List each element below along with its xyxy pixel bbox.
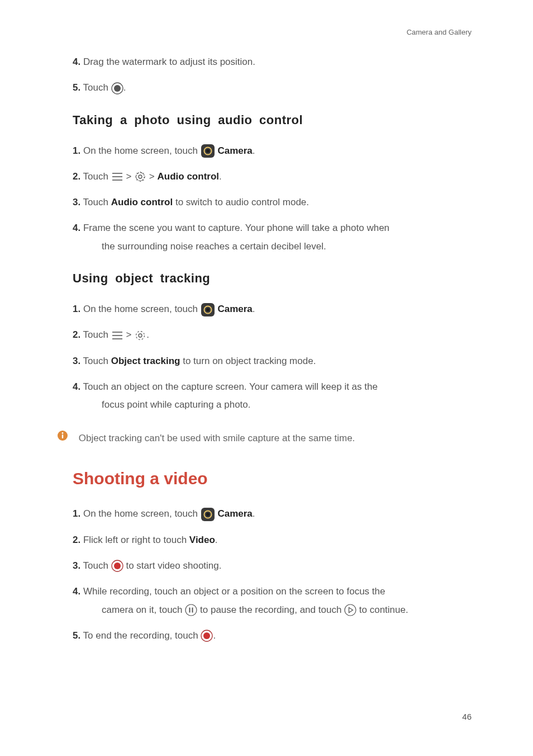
svg-rect-20: [62, 434, 63, 438]
camera-label: Camera: [217, 508, 252, 519]
step-number: 3.: [73, 197, 80, 207]
gt: >: [126, 329, 131, 340]
step-text: to continue.: [359, 604, 408, 615]
svg-point-17: [136, 331, 145, 339]
step-text: Touch: [83, 356, 108, 366]
play-icon: [344, 604, 356, 616]
step-text: .: [213, 630, 216, 641]
pause-icon: [185, 604, 197, 616]
step-text: Frame the scene you want to capture. You…: [83, 223, 389, 233]
step-number: 5.: [73, 630, 80, 641]
camera-label: Camera: [217, 304, 252, 314]
heading-shooting-video: Shooting a video: [73, 469, 472, 488]
step-number: 4.: [73, 586, 80, 597]
gear-icon: [134, 171, 146, 183]
step-text: Flick left or right to touch: [83, 535, 187, 545]
svg-marker-30: [349, 608, 353, 613]
svg-point-23: [206, 513, 210, 516]
svg-point-4: [206, 149, 210, 153]
shutter-icon: [111, 82, 123, 94]
object-tracking-label: Object tracking: [111, 356, 180, 366]
stop-icon: [201, 630, 213, 642]
step-text: Touch: [83, 329, 108, 340]
step-number: 1.: [73, 508, 80, 519]
step-1: 1. On the home screen, touch Camera.: [73, 142, 472, 160]
step-number: 3.: [73, 560, 80, 571]
step-number: 1.: [73, 304, 80, 314]
step-text: Drag the watermark to adjust its positio…: [83, 56, 255, 67]
step-text: Touch: [83, 560, 108, 571]
audio-control-steps: 1. On the home screen, touch Camera. 2. …: [73, 142, 472, 256]
camera-app-icon: [201, 303, 215, 317]
svg-point-26: [185, 604, 197, 616]
step-4: 4. Touch an object on the capture screen…: [73, 378, 472, 414]
svg-point-25: [114, 563, 121, 569]
step-text: On the home screen, touch: [83, 508, 198, 519]
svg-point-16: [139, 334, 142, 337]
step-2: 2. Touch > .: [73, 326, 472, 344]
step-1: 1. On the home screen, touch Camera.: [73, 505, 472, 523]
menu-icon: [111, 330, 123, 341]
step-3: 3. Touch Object tracking to turn on obje…: [73, 352, 472, 370]
step-text: .: [146, 329, 149, 340]
svg-point-32: [203, 632, 210, 639]
camera-app-icon: [201, 507, 215, 522]
step-number: 3.: [73, 356, 80, 366]
step-5: 5. To end the recording, touch .: [73, 627, 472, 645]
step-text: On the home screen, touch: [83, 145, 198, 156]
step-text: Touch: [83, 82, 108, 93]
step-4: 4. Frame the scene you want to capture. …: [73, 219, 472, 256]
step-text: .: [123, 82, 126, 93]
step-text: camera on it, touch: [102, 604, 183, 615]
menu-icon: [111, 172, 123, 182]
step-text: focus point while capturing a photo.: [87, 396, 472, 414]
step-text: Touch: [83, 197, 108, 207]
video-steps: 1. On the home screen, touch Camera. 2. …: [73, 505, 472, 645]
info-note: Object tracking can't be used with smile…: [73, 430, 472, 447]
svg-point-8: [139, 175, 142, 178]
info-text: Object tracking can't be used with smile…: [79, 433, 355, 443]
step-text: to pause the recording, and touch: [200, 604, 341, 615]
step-number: 4.: [73, 223, 80, 233]
svg-rect-27: [189, 608, 191, 613]
step-number: 4.: [73, 56, 80, 67]
audio-control-label: Audio control: [158, 171, 219, 182]
step-text: Touch: [83, 171, 108, 182]
heading-audio-control: Taking a photo using audio control: [73, 113, 472, 127]
step-text: Touch an object on the capture screen. Y…: [83, 381, 378, 392]
camera-app-icon: [201, 144, 215, 158]
step-4: 4. Drag the watermark to adjust its posi…: [73, 53, 472, 71]
step-text: to switch to audio control mode.: [175, 197, 309, 207]
step-number: 4.: [73, 381, 80, 392]
step-2: 2. Flick left or right to touch Video.: [73, 531, 472, 549]
video-label: Video: [189, 535, 215, 545]
intro-steps: 4. Drag the watermark to adjust its posi…: [73, 53, 472, 97]
heading-object-tracking: Using object tracking: [73, 271, 472, 286]
step-text: On the home screen, touch: [83, 304, 198, 314]
step-number: 2.: [73, 171, 80, 182]
gt: >: [149, 171, 155, 182]
step-3: 3. Touch to start video shooting.: [73, 557, 472, 575]
running-header: Camera and Gallery: [73, 28, 472, 36]
step-number: 2.: [73, 329, 80, 340]
camera-label: Camera: [217, 145, 252, 156]
page-number: 46: [73, 712, 472, 721]
svg-point-12: [206, 308, 210, 311]
gt: >: [126, 171, 131, 182]
svg-rect-28: [192, 608, 193, 613]
step-number: 2.: [73, 535, 80, 545]
step-number: 5.: [73, 82, 80, 93]
step-text: to turn on object tracking mode.: [183, 356, 316, 366]
step-1: 1. On the home screen, touch Camera.: [73, 300, 472, 318]
audio-control-label: Audio control: [111, 197, 173, 207]
step-2: 2. Touch > > Audio control.: [73, 168, 472, 186]
step-3: 3. Touch Audio control to switch to audi…: [73, 193, 472, 211]
step-text: the surrounding noise reaches a certain …: [87, 238, 472, 256]
step-text: To end the recording, touch: [83, 630, 198, 641]
svg-point-1: [114, 85, 121, 92]
step-4: 4. While recording, touch an object or a…: [73, 583, 472, 619]
gear-icon: [134, 329, 146, 342]
svg-point-19: [62, 432, 64, 434]
svg-point-29: [345, 604, 356, 616]
record-icon: [111, 560, 123, 572]
